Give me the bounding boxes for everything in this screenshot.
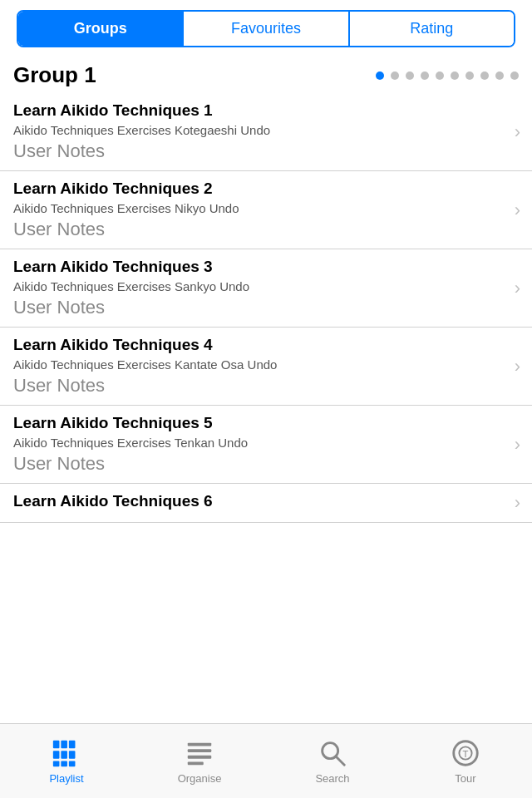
chevron-right-icon: › <box>515 278 520 299</box>
item-notes: User Notes <box>13 140 519 162</box>
tab-groups[interactable]: Groups <box>18 12 184 46</box>
search-icon <box>317 737 348 769</box>
top-tab-bar: Groups Favourites Rating <box>17 10 515 47</box>
page-dot-9[interactable] <box>510 71 519 80</box>
chevron-right-icon: › <box>515 356 520 377</box>
tour-icon: T <box>450 737 481 769</box>
group-header: Group 1 <box>0 56 532 93</box>
page-dot-1[interactable] <box>391 71 399 80</box>
bottom-tab-tour-label: Tour <box>455 772 475 785</box>
page-dot-6[interactable] <box>466 71 474 80</box>
page-dot-4[interactable] <box>436 71 444 80</box>
list-area[interactable]: Learn Aikido Techniques 1Aikido Techniqu… <box>0 93 532 723</box>
svg-rect-7 <box>61 761 67 767</box>
item-notes: User Notes <box>13 453 519 475</box>
chevron-right-icon: › <box>515 492 520 514</box>
svg-rect-10 <box>188 749 212 752</box>
item-title: Learn Aikido Techniques 1 <box>13 101 519 120</box>
bottom-tab-playlist-label: Playlist <box>49 772 83 785</box>
list-item[interactable]: Learn Aikido Techniques 1Aikido Techniqu… <box>0 93 532 171</box>
item-subtitle: Aikido Techniques Exercises Sankyo Undo <box>13 279 519 293</box>
organise-icon <box>184 737 215 769</box>
svg-rect-11 <box>188 756 212 759</box>
svg-rect-4 <box>61 751 67 759</box>
list-item[interactable]: Learn Aikido Techniques 3Aikido Techniqu… <box>0 249 532 328</box>
svg-rect-0 <box>53 741 60 749</box>
page-dot-0[interactable] <box>376 71 384 80</box>
tab-rating[interactable]: Rating <box>350 12 514 46</box>
svg-rect-1 <box>61 741 67 749</box>
item-subtitle: Aikido Techniques Exercises Tenkan Undo <box>13 436 519 450</box>
item-title: Learn Aikido Techniques 3 <box>13 258 519 276</box>
page-dot-3[interactable] <box>421 71 429 80</box>
list-item[interactable]: Learn Aikido Techniques 2Aikido Techniqu… <box>0 171 532 249</box>
svg-rect-3 <box>53 751 60 759</box>
item-title: Learn Aikido Techniques 2 <box>13 180 519 198</box>
page-dots <box>376 71 519 80</box>
svg-rect-9 <box>188 743 212 746</box>
svg-rect-12 <box>188 761 204 765</box>
svg-line-14 <box>336 756 344 765</box>
list-item[interactable]: Learn Aikido Techniques 6› <box>0 484 532 523</box>
bottom-tab-search-label: Search <box>315 772 349 785</box>
bottom-tab-tour[interactable]: T Tour <box>399 724 532 798</box>
bottom-tab-search[interactable]: Search <box>266 724 399 798</box>
item-title: Learn Aikido Techniques 6 <box>13 492 519 510</box>
item-notes: User Notes <box>13 375 519 397</box>
bottom-tab-organise-label: Organise <box>178 772 222 785</box>
page-dot-5[interactable] <box>451 71 459 80</box>
item-subtitle: Aikido Techniques Exercises Nikyo Undo <box>13 201 519 215</box>
chevron-right-icon: › <box>515 200 520 221</box>
svg-rect-6 <box>53 761 60 767</box>
item-notes: User Notes <box>13 297 519 318</box>
item-subtitle: Aikido Techniques Exercises Kotegaeshi U… <box>13 123 519 137</box>
svg-text:T: T <box>463 749 469 759</box>
svg-rect-2 <box>69 741 76 749</box>
svg-rect-5 <box>69 751 76 759</box>
bottom-tab-organise[interactable]: Organise <box>133 724 266 798</box>
item-notes: User Notes <box>13 219 519 240</box>
page-dot-8[interactable] <box>495 71 504 80</box>
list-item[interactable]: Learn Aikido Techniques 5Aikido Techniqu… <box>0 406 532 484</box>
item-title: Learn Aikido Techniques 5 <box>13 414 519 432</box>
chevron-right-icon: › <box>515 434 520 456</box>
bottom-tab-playlist[interactable]: Playlist <box>0 724 133 798</box>
group-title: Group 1 <box>13 62 96 88</box>
list-item[interactable]: Learn Aikido Techniques 4Aikido Techniqu… <box>0 328 532 406</box>
tab-favourites[interactable]: Favourites <box>184 12 349 46</box>
item-subtitle: Aikido Techniques Exercises Kantate Osa … <box>13 357 519 372</box>
svg-rect-8 <box>69 761 76 767</box>
page-dot-7[interactable] <box>480 71 489 80</box>
playlist-icon <box>51 737 82 769</box>
bottom-tab-bar: Playlist Organise Search T Tour <box>0 723 532 798</box>
item-title: Learn Aikido Techniques 4 <box>13 336 519 354</box>
page-dot-2[interactable] <box>406 71 414 80</box>
chevron-right-icon: › <box>515 121 520 143</box>
